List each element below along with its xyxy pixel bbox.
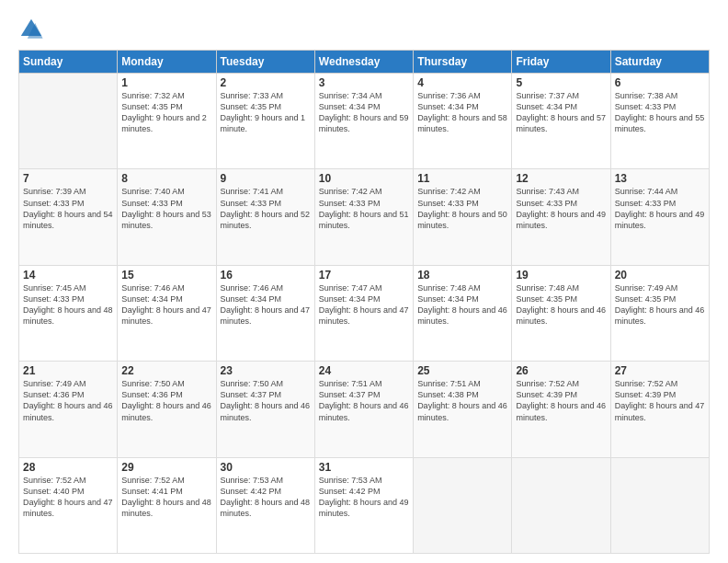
day-info: Sunrise: 7:43 AMSunset: 4:33 PMDaylight:…: [516, 187, 606, 229]
calendar-table: SundayMondayTuesdayWednesdayThursdayFrid…: [18, 50, 710, 554]
calendar-cell: 31Sunrise: 7:53 AMSunset: 4:42 PMDayligh…: [314, 457, 413, 553]
day-header-friday: Friday: [512, 51, 610, 74]
calendar-cell: 4Sunrise: 7:36 AMSunset: 4:34 PMDaylight…: [414, 74, 512, 169]
day-info: Sunrise: 7:36 AMSunset: 4:34 PMDaylight:…: [417, 91, 507, 133]
day-number: 22: [121, 364, 211, 377]
day-header-wednesday: Wednesday: [314, 51, 413, 74]
calendar-week-2: 7Sunrise: 7:39 AMSunset: 4:33 PMDaylight…: [19, 169, 710, 265]
calendar-cell: 9Sunrise: 7:41 AMSunset: 4:33 PMDaylight…: [216, 169, 314, 265]
day-number: 15: [121, 269, 211, 282]
calendar-cell: 10Sunrise: 7:42 AMSunset: 4:33 PMDayligh…: [314, 169, 413, 265]
day-info: Sunrise: 7:33 AMSunset: 4:35 PMDaylight:…: [221, 91, 306, 133]
calendar-cell: 21Sunrise: 7:49 AMSunset: 4:36 PMDayligh…: [19, 362, 118, 457]
day-info: Sunrise: 7:38 AMSunset: 4:33 PMDaylight:…: [615, 91, 705, 133]
calendar-cell: 26Sunrise: 7:52 AMSunset: 4:39 PMDayligh…: [512, 362, 610, 457]
header: [18, 17, 710, 42]
day-info: Sunrise: 7:37 AMSunset: 4:34 PMDaylight:…: [516, 91, 606, 133]
day-number: 12: [516, 172, 606, 185]
header-row: SundayMondayTuesdayWednesdayThursdayFrid…: [19, 51, 710, 74]
day-number: 4: [417, 76, 507, 89]
calendar-week-3: 14Sunrise: 7:45 AMSunset: 4:33 PMDayligh…: [19, 265, 710, 361]
day-info: Sunrise: 7:49 AMSunset: 4:35 PMDaylight:…: [615, 283, 705, 326]
day-info: Sunrise: 7:53 AMSunset: 4:42 PMDaylight:…: [319, 476, 409, 518]
day-number: 30: [221, 461, 311, 474]
day-info: Sunrise: 7:53 AMSunset: 4:42 PMDaylight:…: [221, 476, 311, 518]
logo: [18, 17, 48, 42]
calendar-cell: 25Sunrise: 7:51 AMSunset: 4:38 PMDayligh…: [414, 362, 512, 457]
calendar-cell: 16Sunrise: 7:46 AMSunset: 4:34 PMDayligh…: [216, 265, 314, 361]
calendar-cell: [19, 74, 118, 169]
day-info: Sunrise: 7:41 AMSunset: 4:33 PMDaylight:…: [221, 187, 311, 229]
calendar-cell: 22Sunrise: 7:50 AMSunset: 4:36 PMDayligh…: [118, 362, 216, 457]
calendar-cell: 30Sunrise: 7:53 AMSunset: 4:42 PMDayligh…: [216, 457, 314, 553]
day-info: Sunrise: 7:34 AMSunset: 4:34 PMDaylight:…: [319, 91, 409, 133]
day-info: Sunrise: 7:39 AMSunset: 4:33 PMDaylight:…: [23, 187, 113, 229]
day-number: 3: [319, 76, 409, 89]
day-info: Sunrise: 7:50 AMSunset: 4:36 PMDaylight:…: [121, 379, 211, 421]
calendar-header: SundayMondayTuesdayWednesdayThursdayFrid…: [19, 51, 710, 74]
day-info: Sunrise: 7:40 AMSunset: 4:33 PMDaylight:…: [121, 187, 211, 229]
day-number: 8: [121, 172, 211, 185]
day-number: 10: [319, 172, 409, 185]
calendar-week-5: 28Sunrise: 7:52 AMSunset: 4:40 PMDayligh…: [19, 457, 710, 553]
day-number: 17: [319, 269, 409, 282]
day-header-thursday: Thursday: [414, 51, 512, 74]
day-number: 16: [221, 269, 311, 282]
calendar-cell: 6Sunrise: 7:38 AMSunset: 4:33 PMDaylight…: [610, 74, 709, 169]
day-header-sunday: Sunday: [19, 51, 118, 74]
day-info: Sunrise: 7:44 AMSunset: 4:33 PMDaylight:…: [615, 187, 705, 229]
calendar-cell: [512, 457, 610, 553]
day-info: Sunrise: 7:48 AMSunset: 4:35 PMDaylight:…: [516, 283, 606, 326]
day-info: Sunrise: 7:51 AMSunset: 4:38 PMDaylight:…: [417, 379, 507, 421]
calendar-cell: 23Sunrise: 7:50 AMSunset: 4:37 PMDayligh…: [216, 362, 314, 457]
logo-icon: [18, 17, 44, 42]
calendar-body: 1Sunrise: 7:32 AMSunset: 4:35 PMDaylight…: [19, 74, 710, 554]
day-info: Sunrise: 7:52 AMSunset: 4:39 PMDaylight:…: [516, 379, 606, 421]
day-info: Sunrise: 7:52 AMSunset: 4:40 PMDaylight:…: [23, 476, 113, 518]
day-number: 27: [615, 364, 705, 377]
calendar-cell: 7Sunrise: 7:39 AMSunset: 4:33 PMDaylight…: [19, 169, 118, 265]
calendar-week-1: 1Sunrise: 7:32 AMSunset: 4:35 PMDaylight…: [19, 74, 710, 169]
day-number: 28: [23, 461, 113, 474]
day-info: Sunrise: 7:45 AMSunset: 4:33 PMDaylight:…: [23, 283, 113, 326]
day-number: 23: [221, 364, 311, 377]
day-number: 1: [121, 76, 211, 89]
calendar-cell: 12Sunrise: 7:43 AMSunset: 4:33 PMDayligh…: [512, 169, 610, 265]
day-number: 21: [23, 364, 113, 377]
day-number: 13: [615, 172, 705, 185]
calendar-cell: 8Sunrise: 7:40 AMSunset: 4:33 PMDaylight…: [118, 169, 216, 265]
day-number: 31: [319, 461, 409, 474]
calendar-cell: 1Sunrise: 7:32 AMSunset: 4:35 PMDaylight…: [118, 74, 216, 169]
calendar-cell: 15Sunrise: 7:46 AMSunset: 4:34 PMDayligh…: [118, 265, 216, 361]
day-info: Sunrise: 7:48 AMSunset: 4:34 PMDaylight:…: [417, 283, 507, 326]
day-info: Sunrise: 7:51 AMSunset: 4:37 PMDaylight:…: [319, 379, 409, 421]
calendar-cell: 27Sunrise: 7:52 AMSunset: 4:39 PMDayligh…: [610, 362, 709, 457]
calendar-cell: 2Sunrise: 7:33 AMSunset: 4:35 PMDaylight…: [216, 74, 314, 169]
day-info: Sunrise: 7:46 AMSunset: 4:34 PMDaylight:…: [121, 283, 211, 326]
calendar-cell: 19Sunrise: 7:48 AMSunset: 4:35 PMDayligh…: [512, 265, 610, 361]
day-info: Sunrise: 7:47 AMSunset: 4:34 PMDaylight:…: [319, 283, 409, 326]
day-info: Sunrise: 7:52 AMSunset: 4:39 PMDaylight:…: [615, 379, 705, 421]
day-number: 7: [23, 172, 113, 185]
day-number: 24: [319, 364, 409, 377]
day-header-monday: Monday: [118, 51, 216, 74]
day-info: Sunrise: 7:46 AMSunset: 4:34 PMDaylight:…: [221, 283, 311, 326]
day-number: 18: [417, 269, 507, 282]
day-number: 11: [417, 172, 507, 185]
day-info: Sunrise: 7:42 AMSunset: 4:33 PMDaylight:…: [417, 187, 507, 229]
day-number: 29: [121, 461, 211, 474]
day-info: Sunrise: 7:52 AMSunset: 4:41 PMDaylight:…: [121, 476, 211, 518]
calendar-cell: 20Sunrise: 7:49 AMSunset: 4:35 PMDayligh…: [610, 265, 709, 361]
day-number: 25: [417, 364, 507, 377]
calendar-cell: 11Sunrise: 7:42 AMSunset: 4:33 PMDayligh…: [414, 169, 512, 265]
day-number: 2: [221, 76, 311, 89]
calendar-cell: 28Sunrise: 7:52 AMSunset: 4:40 PMDayligh…: [19, 457, 118, 553]
day-number: 9: [221, 172, 311, 185]
calendar-cell: 13Sunrise: 7:44 AMSunset: 4:33 PMDayligh…: [610, 169, 709, 265]
day-header-saturday: Saturday: [610, 51, 709, 74]
page: SundayMondayTuesdayWednesdayThursdayFrid…: [0, 0, 728, 563]
day-info: Sunrise: 7:50 AMSunset: 4:37 PMDaylight:…: [221, 379, 311, 421]
day-info: Sunrise: 7:49 AMSunset: 4:36 PMDaylight:…: [23, 379, 113, 421]
day-info: Sunrise: 7:42 AMSunset: 4:33 PMDaylight:…: [319, 187, 409, 229]
day-number: 20: [615, 269, 705, 282]
